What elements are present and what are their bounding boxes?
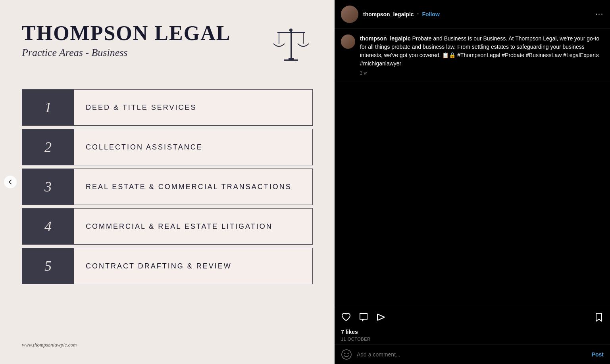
post-comment-button[interactable]: Post bbox=[592, 351, 604, 358]
like-button[interactable] bbox=[341, 312, 351, 322]
post-caption: thompson_legalplc Probate and Business i… bbox=[335, 29, 610, 82]
svg-line-7 bbox=[377, 314, 385, 317]
caption-username[interactable]: thompson_legalplc bbox=[360, 35, 411, 42]
emoji-picker-button[interactable] bbox=[341, 349, 352, 360]
brand-info: THOMPSON LEGAL Practice Areas - Business bbox=[22, 22, 231, 59]
practice-item-5: 5 CONTRACT DRAFTING & REVIEW bbox=[22, 248, 313, 284]
comment-input-row: Post bbox=[335, 345, 610, 364]
svg-rect-3 bbox=[277, 32, 305, 33]
follow-button[interactable]: Follow bbox=[422, 11, 439, 17]
comment-button[interactable] bbox=[358, 312, 369, 322]
caption-row: thompson_legalplc Probate and Business i… bbox=[341, 34, 604, 76]
caption-content: thompson_legalplc Probate and Business i… bbox=[360, 34, 604, 76]
share-button[interactable] bbox=[376, 312, 386, 322]
practice-areas-list: 1 DEED & TITLE SERVICES 2 COLLECTION ASS… bbox=[22, 89, 313, 284]
practice-number-3: 3 bbox=[22, 169, 74, 205]
post-date: 11 OCTOBER bbox=[335, 337, 610, 345]
bookmark-button[interactable] bbox=[594, 312, 604, 322]
avatar bbox=[341, 6, 358, 23]
practice-number-2: 2 bbox=[22, 129, 74, 165]
practice-item-2: 2 COLLECTION ASSISTANCE bbox=[22, 129, 313, 165]
scales-of-justice-icon bbox=[269, 22, 313, 65]
svg-point-6 bbox=[289, 29, 292, 32]
practice-name-4: COMMERCIAL & REAL ESTATE LITIGATION bbox=[74, 209, 312, 244]
practice-number-4: 4 bbox=[22, 209, 74, 244]
practice-name-1: DEED & TITLE SERVICES bbox=[74, 90, 312, 125]
actions-left bbox=[341, 312, 386, 322]
svg-point-11 bbox=[344, 353, 346, 354]
header-username[interactable]: thompson_legalplc bbox=[363, 11, 414, 17]
practice-item-1: 1 DEED & TITLE SERVICES bbox=[22, 89, 313, 126]
post-image-header: THOMPSON LEGAL Practice Areas - Business bbox=[22, 22, 313, 65]
practice-number-5: 5 bbox=[22, 248, 74, 284]
practice-name-3: REAL ESTATE & COMMERCIAL TRANSACTIONS bbox=[74, 169, 312, 205]
svg-line-8 bbox=[377, 317, 385, 320]
dot-separator: • bbox=[417, 11, 419, 17]
post-image-panel: THOMPSON LEGAL Practice Areas - Business bbox=[0, 0, 335, 364]
instagram-panel: thompson_legalplc • Follow ··· thompson_… bbox=[335, 0, 610, 364]
svg-point-10 bbox=[342, 350, 351, 359]
brand-subtitle: Practice Areas - Business bbox=[22, 47, 231, 59]
practice-name-2: COLLECTION ASSISTANCE bbox=[74, 129, 312, 165]
post-black-area bbox=[335, 82, 610, 307]
website-footer: www.thompsonlawplc.com bbox=[22, 342, 313, 348]
time-ago: 2 w bbox=[360, 70, 604, 76]
avatar-image bbox=[341, 6, 358, 23]
svg-rect-1 bbox=[284, 59, 298, 61]
practice-name-5: CONTRACT DRAFTING & REVIEW bbox=[74, 248, 312, 284]
practice-item-3: 3 REAL ESTATE & COMMERCIAL TRANSACTIONS bbox=[22, 169, 313, 205]
brand-title: THOMPSON LEGAL bbox=[22, 22, 231, 44]
practice-item-4: 4 COMMERCIAL & REAL ESTATE LITIGATION bbox=[22, 208, 313, 245]
svg-rect-2 bbox=[291, 31, 292, 59]
caption-avatar bbox=[341, 34, 355, 49]
post-header-info: thompson_legalplc • Follow bbox=[363, 11, 595, 17]
post-actions bbox=[335, 307, 610, 327]
likes-count: 7 likes bbox=[335, 327, 610, 337]
practice-number-1: 1 bbox=[22, 90, 74, 125]
caption-text: thompson_legalplc Probate and Business i… bbox=[360, 34, 604, 68]
more-options-button[interactable]: ··· bbox=[595, 10, 604, 19]
comment-input[interactable] bbox=[357, 351, 587, 358]
svg-point-12 bbox=[348, 353, 349, 354]
prev-arrow-button[interactable] bbox=[4, 176, 17, 188]
post-header: thompson_legalplc • Follow ··· bbox=[335, 0, 610, 29]
